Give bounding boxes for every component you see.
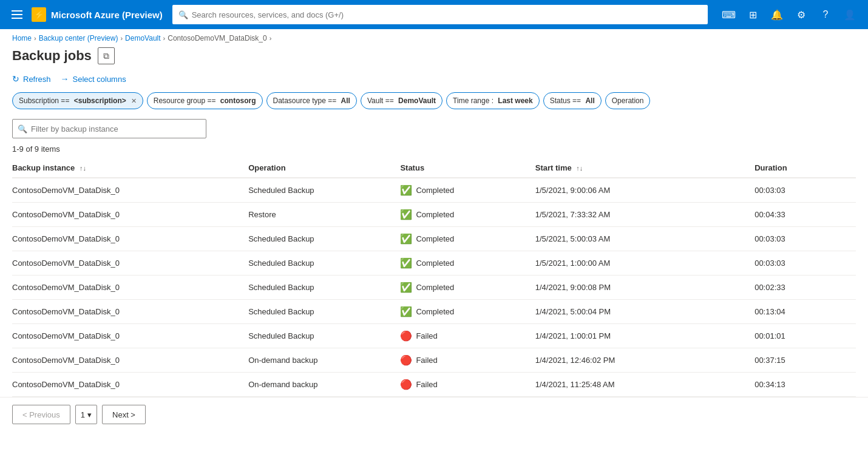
status-failed-icon: 🔴	[400, 354, 412, 366]
global-search-input[interactable]	[192, 10, 702, 19]
table-row[interactable]: ContosoDemoVM_DataDisk_0 On-demand backu…	[12, 348, 856, 373]
sort-icon-instance: ↑↓	[80, 164, 86, 172]
filter-bar: Subscription == <subscription> ✕ Resourc…	[0, 89, 868, 114]
filter-resource-group[interactable]: Resource group == contosorg	[147, 92, 263, 109]
settings-icon[interactable]: ⚙	[790, 4, 812, 25]
cell-operation: Scheduled Backup	[248, 276, 400, 300]
status-label: Completed	[416, 210, 454, 219]
previous-button[interactable]: < Previous	[12, 405, 70, 424]
status-completed-icon: ✅	[400, 257, 412, 269]
table-row[interactable]: ContosoDemoVM_DataDisk_0 On-demand backu…	[12, 373, 856, 397]
toolbar: ↻ Refresh → Select columns	[0, 72, 868, 89]
azure-icon: ⚡	[32, 7, 46, 22]
status-failed-icon: 🔴	[400, 330, 412, 342]
sort-icon-start-time: ↑↓	[576, 164, 583, 172]
filter-tr-val: Last week	[498, 96, 532, 105]
cell-status: 🔴 Failed	[400, 373, 535, 397]
filter-subscription[interactable]: Subscription == <subscription> ✕	[12, 92, 143, 109]
cell-instance: ContosoDemoVM_DataDisk_0	[12, 324, 248, 348]
help-icon[interactable]: ?	[815, 4, 836, 25]
table-row[interactable]: ContosoDemoVM_DataDisk_0 Scheduled Backu…	[12, 324, 856, 348]
cell-operation: On-demand backup	[248, 373, 400, 397]
copy-icon[interactable]: ⧉	[98, 47, 115, 64]
table-row[interactable]: ContosoDemoVM_DataDisk_0 Scheduled Backu…	[12, 227, 856, 251]
select-columns-button[interactable]: → Select columns	[61, 74, 126, 84]
filter-sub-close[interactable]: ✕	[131, 97, 137, 105]
cell-start-time: 1/5/2021, 9:00:06 AM	[535, 178, 754, 203]
table-row[interactable]: ContosoDemoVM_DataDisk_0 Scheduled Backu…	[12, 178, 856, 203]
filter-operation[interactable]: Operation	[605, 92, 651, 109]
filter-status[interactable]: Status == All	[543, 92, 602, 109]
table-row[interactable]: ContosoDemoVM_DataDisk_0 Restore ✅ Compl…	[12, 203, 856, 227]
status-label: Completed	[416, 307, 454, 316]
filter-vault-key: Vault ==	[367, 96, 396, 105]
breadcrumb-sep-2: ›	[120, 35, 123, 42]
cell-start-time: 1/5/2021, 5:00:03 AM	[535, 227, 754, 251]
cell-instance: ContosoDemoVM_DataDisk_0	[12, 373, 248, 397]
cell-operation: Restore	[248, 203, 400, 227]
portal-icon[interactable]: ⊞	[742, 4, 764, 25]
top-navigation: ⚡ Microsoft Azure (Preview) 🔍 ⌨ ⊞ 🔔 ⚙ ? …	[0, 0, 868, 29]
breadcrumb-vault[interactable]: DemoVault	[125, 34, 160, 42]
filter-tr-key: Time range :	[453, 96, 495, 105]
refresh-button[interactable]: ↻ Refresh	[12, 74, 51, 84]
col-backup-instance[interactable]: Backup instance ↑↓	[12, 158, 248, 178]
columns-icon: →	[61, 74, 69, 84]
breadcrumb: Home › Backup center (Preview) › DemoVau…	[0, 29, 868, 45]
filter-rg-key: Resource group ==	[154, 96, 218, 105]
filter-time-range[interactable]: Time range : Last week	[446, 92, 540, 109]
refresh-label: Refresh	[23, 75, 51, 84]
cell-status: 🔴 Failed	[400, 348, 535, 373]
table-row[interactable]: ContosoDemoVM_DataDisk_0 Scheduled Backu…	[12, 276, 856, 300]
cell-operation: Scheduled Backup	[248, 251, 400, 276]
filter-status-key: Status ==	[550, 96, 583, 105]
breadcrumb-current: ContosoDemoVM_DataDisk_0	[168, 34, 266, 42]
search-box[interactable]: 🔍	[12, 119, 206, 138]
global-search[interactable]: 🔍	[172, 5, 708, 24]
filter-rg-val: contosorg	[220, 96, 256, 105]
search-icon: 🔍	[18, 124, 27, 134]
status-completed-icon: ✅	[400, 233, 412, 245]
filter-ds-key: Datasource type ==	[273, 96, 339, 105]
cell-duration: 00:34:13	[754, 373, 856, 397]
col-start-time[interactable]: Start time ↑↓	[535, 158, 754, 178]
filter-ds-val: All	[341, 96, 350, 105]
status-label: Failed	[416, 356, 437, 365]
nav-icon-group: ⌨ ⊞ 🔔 ⚙ ? 👤	[717, 4, 861, 25]
table-row[interactable]: ContosoDemoVM_DataDisk_0 Scheduled Backu…	[12, 300, 856, 324]
cell-duration: 00:01:01	[754, 324, 856, 348]
filter-sub-key: Subscription ==	[19, 96, 72, 105]
cell-duration: 00:37:15	[754, 348, 856, 373]
breadcrumb-home[interactable]: Home	[12, 34, 32, 42]
hamburger-menu[interactable]	[7, 5, 27, 24]
cell-status: ✅ Completed	[400, 276, 535, 300]
filter-vault[interactable]: Vault == DemoVault	[361, 92, 442, 109]
search-icon: 🔍	[178, 10, 188, 19]
search-input[interactable]	[31, 124, 201, 134]
terminal-icon[interactable]: ⌨	[717, 4, 739, 25]
breadcrumb-sep-1: ›	[34, 35, 36, 42]
cell-status: ✅ Completed	[400, 227, 535, 251]
cell-start-time: 1/4/2021, 12:46:02 PM	[535, 348, 754, 373]
table-row[interactable]: ContosoDemoVM_DataDisk_0 Scheduled Backu…	[12, 251, 856, 276]
status-label: Completed	[416, 259, 454, 268]
cell-start-time: 1/5/2021, 7:33:32 AM	[535, 203, 754, 227]
breadcrumb-backup-center[interactable]: Backup center (Preview)	[39, 34, 118, 42]
cell-duration: 00:04:33	[754, 203, 856, 227]
breadcrumb-sep-3: ›	[163, 35, 166, 42]
cell-operation: Scheduled Backup	[248, 178, 400, 203]
backup-jobs-table: Backup instance ↑↓ Operation Status Star…	[12, 158, 856, 397]
filter-datasource-type[interactable]: Datasource type == All	[266, 92, 357, 109]
breadcrumb-sep-4: ›	[270, 35, 272, 42]
current-page: 1	[81, 410, 85, 419]
cell-operation: Scheduled Backup	[248, 300, 400, 324]
bell-icon[interactable]: 🔔	[766, 4, 788, 25]
table-body: ContosoDemoVM_DataDisk_0 Scheduled Backu…	[12, 178, 856, 397]
cell-start-time: 1/4/2021, 11:25:48 AM	[535, 373, 754, 397]
status-completed-icon: ✅	[400, 209, 412, 220]
next-button[interactable]: Next >	[102, 405, 146, 424]
refresh-icon: ↻	[12, 74, 19, 84]
page-selector[interactable]: 1 ▾	[75, 405, 97, 424]
pagination: < Previous 1 ▾ Next >	[0, 397, 868, 431]
user-icon[interactable]: 👤	[839, 4, 861, 25]
